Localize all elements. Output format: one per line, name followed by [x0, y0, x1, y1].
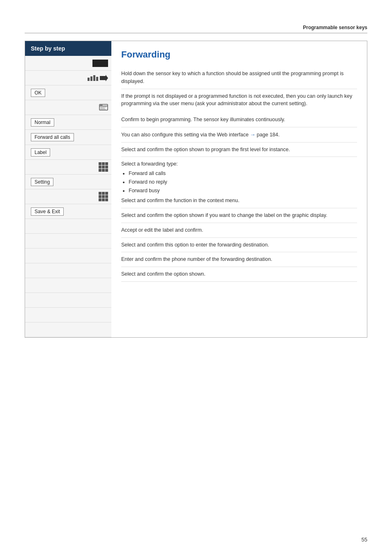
forward-all-calls-key: Forward all calls [31, 133, 74, 141]
lp-row-forward-all-calls: Forward all calls [25, 130, 111, 145]
lp-row-keyboard2 [25, 189, 111, 204]
lp-row-empty3 [25, 249, 111, 263]
page-header: Programmable sensor keys [25, 25, 367, 33]
row-normal: Select and confirm the option shown to p… [121, 143, 357, 157]
setting-key: Setting [31, 178, 53, 186]
sensor-bars-icon [88, 75, 98, 81]
forwarding-title: Forwarding [121, 49, 357, 60]
arrow-right-icon: → [250, 131, 255, 139]
svg-rect-7 [100, 109, 106, 109]
lp-row-empty5 [25, 278, 111, 293]
svg-rect-4 [101, 105, 102, 106]
row-forward-all-calls: Select a forwarding type: Forward all ca… [121, 157, 357, 208]
lp-row-ok: OK [25, 85, 111, 100]
row-setting: Select and confirm this option to enter … [121, 238, 357, 253]
left-panel: Step by step [25, 41, 111, 337]
header-title: Programmable sensor keys [303, 25, 367, 30]
lp-row-web [25, 100, 111, 115]
step-by-step-header: Step by step [25, 41, 111, 56]
svg-rect-6 [100, 108, 105, 108]
lp-row-empty4 [25, 263, 111, 278]
forward-type-no-reply: Forward no reply [129, 178, 357, 186]
page: Programmable sensor keys Step by step [0, 0, 392, 555]
lp-row-normal: Normal [25, 115, 111, 130]
right-panel: Forwarding Hold down the sensor key to w… [111, 41, 367, 337]
row-keyboard2: Enter and confirm the phone number of th… [121, 252, 357, 267]
lp-row-empty6 [25, 293, 111, 308]
keyboard1-icon [99, 162, 108, 172]
lp-row-save-exit: Save & Exit [25, 204, 111, 219]
svg-marker-0 [100, 75, 108, 81]
black-rect-icon [92, 60, 108, 67]
lp-row-label: Label [25, 145, 111, 160]
ok-key: OK [31, 89, 45, 97]
row-label: Select and confirm the option shown if y… [121, 208, 357, 223]
forward-types-list: Forward all calls Forward no reply Forwa… [129, 170, 357, 194]
normal-key: Normal [31, 118, 54, 127]
lp-row-keyboard1 [25, 160, 111, 175]
label-key: Label [31, 148, 50, 157]
lp-row-sensor [25, 71, 111, 85]
svg-rect-5 [100, 107, 106, 107]
web-icon [99, 104, 108, 111]
lp-row-empty2 [25, 234, 111, 249]
forward-context-note: Select and confirm the function in the c… [121, 197, 357, 205]
info-note-text: If the prompt is not displayed or a prog… [121, 92, 357, 108]
info-arrow-icon [100, 75, 108, 81]
lp-row-empty8 [25, 322, 111, 337]
page-number: 55 [362, 537, 367, 543]
row-keyboard1: Accept or edit the label and confirm. [121, 223, 357, 238]
save-exit-key: Save & Exit [31, 207, 64, 216]
lp-row-empty7 [25, 308, 111, 322]
row-info-note: If the prompt is not displayed or a prog… [121, 89, 357, 111]
left-panel-rows: OK Normal [25, 56, 111, 337]
row-save-exit: Select and confirm the option shown. [121, 267, 357, 282]
row-hold-sensor: Hold down the sensor key to which a func… [121, 67, 357, 89]
main-container: Step by step [25, 41, 367, 338]
svg-rect-3 [100, 105, 101, 106]
forward-type-busy: Forward busy [129, 187, 357, 195]
lp-row-empty1 [25, 219, 111, 234]
row-web: You can also configure this setting via … [121, 127, 357, 143]
lp-row-black-rect [25, 56, 111, 71]
lp-row-setting: Setting [25, 175, 111, 189]
forward-type-all: Forward all calls [129, 170, 357, 177]
keyboard2-icon [99, 192, 108, 201]
row-ok: Confirm to begin programming. The sensor… [121, 113, 357, 127]
